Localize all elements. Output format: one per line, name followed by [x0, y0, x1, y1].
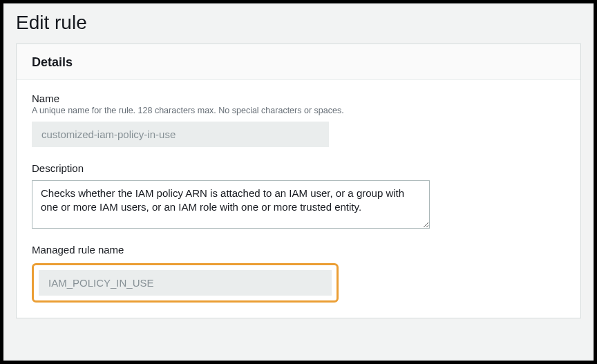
managed-rule-label: Managed rule name — [32, 244, 565, 256]
description-field: Description — [32, 162, 565, 229]
panel-header: Details — [17, 44, 580, 80]
page-title: Edit rule — [3, 3, 594, 44]
description-textarea[interactable] — [32, 180, 430, 229]
panel-title: Details — [32, 55, 565, 70]
details-panel: Details Name A unique name for the rule.… — [16, 44, 581, 318]
name-field: Name A unique name for the rule. 128 cha… — [32, 93, 565, 147]
managed-rule-input — [39, 270, 332, 296]
description-label: Description — [32, 162, 565, 174]
window-frame: Edit rule Details Name A unique name for… — [0, 0, 597, 364]
managed-rule-field: Managed rule name — [32, 244, 565, 303]
panel-body: Name A unique name for the rule. 128 cha… — [17, 80, 580, 318]
name-input — [32, 122, 329, 147]
name-label: Name — [32, 93, 565, 104]
managed-rule-highlight — [32, 263, 339, 303]
name-hint: A unique name for the rule. 128 characte… — [32, 106, 565, 115]
